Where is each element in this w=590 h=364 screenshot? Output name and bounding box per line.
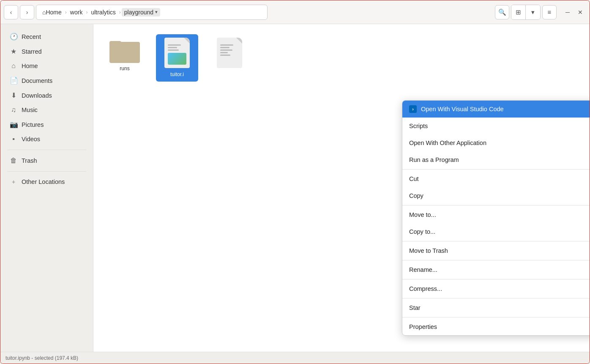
ctx-item-star[interactable]: Star — [402, 299, 590, 316]
sidebar-item-downloads[interactable]: ⬇ Downloads — [3, 88, 90, 103]
py-file-lines — [164, 38, 190, 54]
ctx-properties-left: Properties — [409, 323, 437, 330]
breadcrumb-ultralytics[interactable]: ultralytics — [88, 8, 118, 16]
file-manager-window: ‹ › ⌂ Home › work › ultralytics › playgr… — [0, 0, 590, 364]
sidebar-item-starred[interactable]: ★ Starred — [3, 44, 90, 59]
breadcrumb-sep-1: › — [64, 9, 68, 15]
ctx-item-move-trash[interactable]: Move to Trash Delete — [402, 242, 590, 259]
ctx-item-open-other[interactable]: Open With Other Application — [402, 134, 590, 151]
view-toggle-group: ⊞ ▾ — [511, 5, 541, 20]
py-line-1 — [168, 44, 181, 46]
sidebar-label-music: Music — [22, 107, 38, 113]
minimize-button[interactable]: ─ — [562, 6, 574, 18]
context-menu: › Open With Visual Studio Code Return Sc… — [402, 100, 590, 336]
minimize-icon: ─ — [565, 9, 570, 16]
breadcrumb-sep-3: › — [118, 9, 122, 15]
forward-button[interactable]: › — [20, 5, 34, 19]
vscode-icon: › — [409, 105, 417, 113]
sidebar-item-trash[interactable]: 🗑 Trash — [3, 153, 90, 168]
ctx-label-open-vscode: Open With Visual Studio Code — [421, 106, 504, 112]
ctx-item-move-to[interactable]: Move to... — [402, 206, 590, 223]
ctx-divider-7 — [402, 317, 590, 317]
videos-icon: ▪ — [10, 135, 17, 143]
ctx-moveto-left: Move to... — [409, 211, 436, 218]
ctx-item-open-vscode[interactable]: › Open With Visual Studio Code Return — [402, 101, 590, 118]
home-sidebar-icon: ⌂ — [10, 62, 17, 70]
breadcrumb-home-label: Home — [46, 9, 61, 16]
menu-icon: ≡ — [548, 8, 552, 16]
ctx-label-star: Star — [409, 304, 421, 311]
py-file-body — [164, 38, 190, 68]
ctx-movetrash-left: Move to Trash — [409, 247, 448, 254]
ctx-item-cut[interactable]: Cut Ctrl+X — [402, 170, 590, 187]
ctx-item-run-program[interactable]: Run as a Program — [402, 151, 590, 168]
gen-file-icon — [217, 38, 242, 68]
files-grid: runs — [104, 34, 579, 82]
ctx-scripts-left: Scripts — [409, 123, 428, 129]
ctx-compress-left: Compress... — [409, 285, 442, 292]
ctx-item-properties[interactable]: Properties Ctrl+I — [402, 318, 590, 335]
sidebar-divider — [7, 150, 86, 150]
ctx-divider-3 — [402, 241, 590, 241]
ctx-label-rename: Rename... — [409, 266, 437, 273]
ctx-item-scripts[interactable]: Scripts ▶ — [402, 118, 590, 134]
file-item-tuitor[interactable]: tuitor.i — [156, 34, 198, 82]
py-file-icon — [164, 38, 190, 68]
home-icon: ⌂ — [42, 9, 46, 16]
sidebar-item-videos[interactable]: ▪ Videos — [3, 132, 90, 146]
sidebar-item-other-locations[interactable]: + Other Locations — [3, 175, 90, 189]
gen-line-1 — [220, 44, 233, 46]
gen-line-2 — [220, 47, 229, 48]
ctx-copy-left: Copy — [409, 192, 423, 199]
gen-line-5 — [220, 55, 230, 56]
py-gradient — [168, 53, 186, 65]
folder-body — [109, 42, 140, 63]
toolbar: ‹ › ⌂ Home › work › ultralytics › playgr… — [0, 0, 590, 24]
ctx-run-left: Run as a Program — [409, 156, 459, 163]
file-item-notebook[interactable] — [208, 34, 251, 74]
sidebar-item-documents[interactable]: 📄 Documents — [3, 73, 90, 88]
breadcrumb-home[interactable]: ⌂ Home — [40, 8, 64, 16]
back-button[interactable]: ‹ — [4, 5, 18, 19]
view-grid-button[interactable]: ⊞ — [511, 5, 526, 19]
breadcrumb-work[interactable]: work — [68, 8, 85, 16]
close-button[interactable]: ✕ — [574, 6, 586, 18]
search-button[interactable]: 🔍 — [495, 5, 509, 19]
ctx-label-run-program: Run as a Program — [409, 156, 459, 163]
view-dropdown-icon: ▾ — [531, 8, 535, 16]
ctx-item-copy-to[interactable]: Copy to... — [402, 223, 590, 240]
status-bar: tuitor.ipynb - selected (197.4 kB) — [0, 352, 590, 364]
file-item-runs[interactable]: runs — [104, 34, 146, 75]
file-label-tuitor: tuitor.i — [169, 71, 186, 78]
breadcrumb: ⌂ Home › work › ultralytics › playground… — [36, 5, 268, 20]
forward-icon: › — [26, 9, 28, 16]
breadcrumb-sep-2: › — [85, 9, 88, 15]
file-area[interactable]: runs — [93, 24, 590, 352]
menu-button[interactable]: ≡ — [542, 5, 557, 19]
sidebar-item-pictures[interactable]: 📷 Pictures — [3, 117, 90, 132]
ctx-divider-2 — [402, 205, 590, 205]
sidebar-label-home: Home — [22, 63, 38, 69]
pictures-icon: 📷 — [10, 120, 17, 129]
ctx-label-open-other: Open With Other Application — [409, 140, 486, 146]
view-dropdown-button[interactable]: ▾ — [526, 5, 540, 19]
toolbar-actions: 🔍 ⊞ ▾ ≡ — [495, 5, 557, 20]
sidebar-item-recent[interactable]: 🕐 Recent — [3, 29, 90, 44]
sidebar-label-other-locations: Other Locations — [22, 178, 65, 185]
view-grid-icon: ⊞ — [516, 8, 521, 16]
breadcrumb-current[interactable]: playground ▾ — [122, 8, 160, 16]
ctx-label-move-trash: Move to Trash — [409, 247, 448, 254]
ctx-label-compress: Compress... — [409, 285, 442, 292]
documents-icon: 📄 — [10, 77, 17, 85]
sidebar-item-home[interactable]: ⌂ Home — [3, 59, 90, 73]
sidebar-item-music[interactable]: ♫ Music — [3, 103, 90, 117]
sidebar: 🕐 Recent ★ Starred ⌂ Home 📄 Documents ⬇ … — [0, 24, 93, 352]
ctx-item-rename[interactable]: Rename... F2 — [402, 261, 590, 278]
ctx-item-copy[interactable]: Copy Ctrl+C — [402, 187, 590, 204]
ctx-item-compress[interactable]: Compress... — [402, 280, 590, 297]
ctx-label-properties: Properties — [409, 323, 437, 330]
other-locations-icon: + — [10, 178, 17, 185]
sidebar-label-downloads: Downloads — [22, 92, 52, 99]
py-line-3 — [168, 49, 179, 51]
ctx-label-scripts: Scripts — [409, 123, 428, 129]
